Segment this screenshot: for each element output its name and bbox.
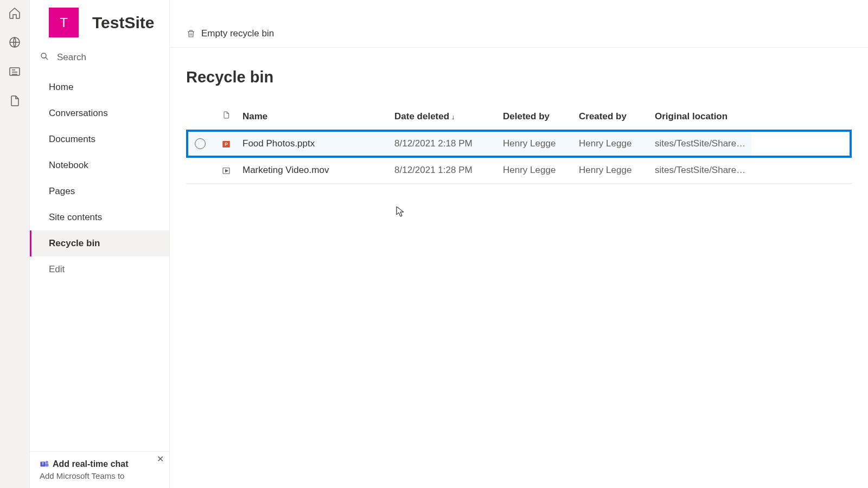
home-icon[interactable] <box>8 7 21 20</box>
original-location: sites/TestSite/Shared Documents/Videos <box>650 157 751 184</box>
col-select[interactable] <box>186 102 214 131</box>
promo-title-text: Add real-time chat <box>53 459 129 469</box>
document-icon <box>222 110 231 120</box>
empty-recycle-bin-label: Empty recycle bin <box>201 28 274 39</box>
powerpoint-icon: P <box>221 139 231 149</box>
trash-icon <box>186 29 196 38</box>
site-title: TestSite <box>92 14 154 32</box>
news-icon[interactable] <box>8 65 21 78</box>
teams-promo: ✕ T Add real-time chat Add Microsoft Tea… <box>30 451 169 488</box>
teams-icon: T <box>40 459 49 469</box>
empty-recycle-bin-button[interactable]: Empty recycle bin <box>186 28 274 39</box>
files-icon[interactable] <box>8 94 21 107</box>
col-header-name[interactable]: Name <box>238 102 390 131</box>
svg-rect-6 <box>46 464 49 467</box>
promo-desc: Add Microsoft Teams to <box>40 471 159 480</box>
sidebar-item-edit[interactable]: Edit <box>30 256 169 282</box>
col-header-date-deleted[interactable]: Date deleted↓ <box>390 102 499 131</box>
table-row[interactable]: P Food Photos.pptx 8/12/2021 2:18 PM Hen… <box>186 131 852 157</box>
video-icon <box>221 166 231 176</box>
sidebar-item-pages[interactable]: Pages <box>30 178 169 204</box>
sidebar: T TestSite Search Home Conversations Doc… <box>30 0 170 488</box>
command-bar: Empty recycle bin <box>170 20 868 48</box>
row-checkbox[interactable] <box>195 138 206 149</box>
col-type[interactable] <box>214 102 238 131</box>
svg-point-5 <box>46 461 48 464</box>
sidebar-item-conversations[interactable]: Conversations <box>30 100 169 126</box>
close-icon[interactable]: ✕ <box>157 454 164 464</box>
sidebar-item-site-contents[interactable]: Site contents <box>30 204 169 230</box>
content-area: Recycle bin Name Date deleted↓ Deleted b… <box>170 48 868 184</box>
site-logo[interactable]: T <box>49 8 79 37</box>
sidebar-item-notebook[interactable]: Notebook <box>30 152 169 178</box>
search-placeholder: Search <box>57 52 86 63</box>
promo-title: T Add real-time chat <box>40 459 159 469</box>
table-row[interactable]: Marketing Video.mov 8/12/2021 1:28 PM He… <box>186 157 852 184</box>
deleted-by: Henry Legge <box>499 157 575 184</box>
date-deleted: 8/12/2021 2:18 PM <box>390 131 499 157</box>
col-header-original-location[interactable]: Original location <box>650 102 751 131</box>
file-name: Food Photos.pptx <box>238 131 390 157</box>
date-deleted: 8/12/2021 1:28 PM <box>390 157 499 184</box>
sidebar-item-documents[interactable]: Documents <box>30 126 169 152</box>
sidebar-item-home[interactable]: Home <box>30 74 169 100</box>
search-input[interactable]: Search <box>30 45 169 70</box>
col-header-created-by[interactable]: Created by <box>575 102 650 131</box>
created-by: Henry Legge <box>575 157 650 184</box>
main-content: Empty recycle bin Recycle bin Name Date … <box>170 0 868 488</box>
original-location: sites/TestSite/Shared Documents/Food <box>650 131 751 157</box>
file-name: Marketing Video.mov <box>238 157 390 184</box>
page-title: Recycle bin <box>186 68 852 86</box>
recycle-bin-table: Name Date deleted↓ Deleted by Created by… <box>186 102 852 184</box>
search-icon <box>40 52 49 63</box>
svg-text:P: P <box>225 142 228 147</box>
sidebar-item-recycle-bin[interactable]: Recycle bin <box>30 230 169 256</box>
sidebar-nav: Home Conversations Documents Notebook Pa… <box>30 70 169 282</box>
created-by: Henry Legge <box>575 131 650 157</box>
globe-icon[interactable] <box>8 36 21 49</box>
app-rail <box>0 0 30 488</box>
deleted-by: Henry Legge <box>499 131 575 157</box>
site-header: T TestSite <box>30 0 169 45</box>
table-header-row: Name Date deleted↓ Deleted by Created by… <box>186 102 852 131</box>
svg-point-2 <box>41 53 46 58</box>
col-header-deleted-by[interactable]: Deleted by <box>499 102 575 131</box>
sort-down-icon: ↓ <box>451 113 455 121</box>
